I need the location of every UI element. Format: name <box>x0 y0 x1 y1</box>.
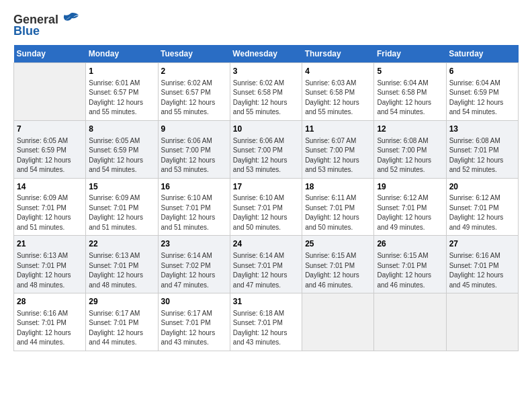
daylight-minutes: and 54 minutes. <box>449 107 515 118</box>
daylight-hours: Daylight: 12 hours <box>17 328 83 338</box>
sunrise-text: Sunrise: 6:14 AM <box>233 251 299 261</box>
daylight-hours: Daylight: 12 hours <box>449 271 515 281</box>
daylight-minutes: and 54 minutes. <box>377 107 443 118</box>
calendar-cell: 14Sunrise: 6:09 AMSunset: 7:01 PMDayligh… <box>14 178 86 236</box>
day-number: 12 <box>377 124 443 135</box>
sunset-text: Sunset: 6:58 PM <box>305 88 371 98</box>
day-number: 13 <box>449 124 515 135</box>
day-number: 17 <box>233 181 299 193</box>
day-info: Sunrise: 6:15 AMSunset: 7:01 PMDaylight:… <box>377 251 443 290</box>
daylight-minutes: and 53 minutes. <box>161 165 227 175</box>
daylight-minutes: and 52 minutes. <box>449 165 515 175</box>
daylight-hours: Daylight: 12 hours <box>377 213 443 223</box>
sunrise-text: Sunrise: 6:15 AM <box>305 251 371 261</box>
calendar-cell: 1Sunrise: 6:01 AMSunset: 6:57 PMDaylight… <box>86 63 158 121</box>
daylight-minutes: and 46 minutes. <box>377 281 443 291</box>
day-number: 22 <box>89 238 154 250</box>
day-number: 28 <box>17 296 83 308</box>
day-info: Sunrise: 6:05 AMSunset: 6:59 PMDaylight:… <box>89 136 154 175</box>
calendar-cell: 15Sunrise: 6:09 AMSunset: 7:01 PMDayligh… <box>86 178 158 236</box>
daylight-hours: Daylight: 12 hours <box>89 213 154 223</box>
daylight-minutes: and 51 minutes. <box>17 223 83 233</box>
sunrise-text: Sunrise: 6:09 AM <box>17 193 83 203</box>
daylight-hours: Daylight: 12 hours <box>161 328 227 338</box>
calendar-cell: 13Sunrise: 6:08 AMSunset: 7:01 PMDayligh… <box>446 120 518 178</box>
daylight-hours: Daylight: 12 hours <box>89 98 154 108</box>
sunrise-text: Sunrise: 6:18 AM <box>233 309 299 319</box>
sunrise-text: Sunrise: 6:01 AM <box>89 79 154 89</box>
day-info: Sunrise: 6:14 AMSunset: 7:02 PMDaylight:… <box>161 251 227 290</box>
daylight-hours: Daylight: 12 hours <box>233 328 299 338</box>
day-info: Sunrise: 6:06 AMSunset: 7:00 PMDaylight:… <box>161 136 227 175</box>
daylight-minutes: and 47 minutes. <box>233 281 299 291</box>
daylight-minutes: and 48 minutes. <box>17 281 83 291</box>
day-info: Sunrise: 6:11 AMSunset: 7:01 PMDaylight:… <box>305 193 371 232</box>
daylight-minutes: and 53 minutes. <box>233 165 299 175</box>
calendar-cell: 28Sunrise: 6:16 AMSunset: 7:01 PMDayligh… <box>14 293 86 351</box>
day-number: 11 <box>305 124 371 135</box>
daylight-hours: Daylight: 12 hours <box>89 156 154 166</box>
calendar-cell: 20Sunrise: 6:12 AMSunset: 7:01 PMDayligh… <box>446 178 518 236</box>
calendar-cell: 30Sunrise: 6:17 AMSunset: 7:01 PMDayligh… <box>158 293 230 351</box>
sunrise-text: Sunrise: 6:06 AM <box>233 136 299 146</box>
sunset-text: Sunset: 7:00 PM <box>377 146 443 156</box>
day-number: 14 <box>17 181 83 193</box>
calendar-cell: 26Sunrise: 6:15 AMSunset: 7:01 PMDayligh… <box>374 236 446 293</box>
calendar-cell: 9Sunrise: 6:06 AMSunset: 7:00 PMDaylight… <box>158 120 230 178</box>
day-number: 15 <box>89 181 154 193</box>
day-info: Sunrise: 6:17 AMSunset: 7:01 PMDaylight:… <box>161 309 227 348</box>
day-number: 25 <box>305 238 371 250</box>
week-row-2: 7Sunrise: 6:05 AMSunset: 6:59 PMDaylight… <box>14 120 519 178</box>
day-number: 2 <box>161 66 227 77</box>
day-info: Sunrise: 6:16 AMSunset: 7:01 PMDaylight:… <box>17 309 83 348</box>
day-info: Sunrise: 6:01 AMSunset: 6:57 PMDaylight:… <box>89 79 154 118</box>
daylight-minutes: and 54 minutes. <box>17 165 83 175</box>
daylight-minutes: and 49 minutes. <box>449 223 515 233</box>
daylight-hours: Daylight: 12 hours <box>17 271 83 281</box>
day-number: 18 <box>305 181 371 193</box>
calendar-cell: 25Sunrise: 6:15 AMSunset: 7:01 PMDayligh… <box>302 236 374 293</box>
daylight-hours: Daylight: 12 hours <box>233 156 299 166</box>
calendar-cell: 7Sunrise: 6:05 AMSunset: 6:59 PMDaylight… <box>14 120 86 178</box>
day-info: Sunrise: 6:06 AMSunset: 7:00 PMDaylight:… <box>233 136 299 175</box>
daylight-minutes: and 43 minutes. <box>233 338 299 348</box>
sunrise-text: Sunrise: 6:08 AM <box>377 136 443 146</box>
week-row-5: 28Sunrise: 6:16 AMSunset: 7:01 PMDayligh… <box>14 293 519 351</box>
sunset-text: Sunset: 6:57 PM <box>89 88 154 98</box>
day-info: Sunrise: 6:08 AMSunset: 7:01 PMDaylight:… <box>449 136 515 175</box>
day-info: Sunrise: 6:08 AMSunset: 7:00 PMDaylight:… <box>377 136 443 175</box>
day-info: Sunrise: 6:12 AMSunset: 7:01 PMDaylight:… <box>449 193 515 232</box>
sunrise-text: Sunrise: 6:04 AM <box>377 79 443 89</box>
daylight-hours: Daylight: 12 hours <box>161 213 227 223</box>
daylight-hours: Daylight: 12 hours <box>305 156 371 166</box>
sunrise-text: Sunrise: 6:04 AM <box>449 79 515 89</box>
sunrise-text: Sunrise: 6:11 AM <box>305 193 371 203</box>
sunset-text: Sunset: 7:00 PM <box>233 146 299 156</box>
sunset-text: Sunset: 6:58 PM <box>377 88 443 98</box>
week-row-1: 1Sunrise: 6:01 AMSunset: 6:57 PMDaylight… <box>14 63 519 121</box>
daylight-hours: Daylight: 12 hours <box>17 213 83 223</box>
day-info: Sunrise: 6:12 AMSunset: 7:01 PMDaylight:… <box>377 193 443 232</box>
col-header-tuesday: Tuesday <box>158 45 230 63</box>
sunrise-text: Sunrise: 6:17 AM <box>161 309 227 319</box>
day-number: 21 <box>17 238 83 250</box>
daylight-minutes: and 51 minutes. <box>89 223 154 233</box>
sunrise-text: Sunrise: 6:06 AM <box>161 136 227 146</box>
daylight-minutes: and 55 minutes. <box>233 107 299 118</box>
sunset-text: Sunset: 7:01 PM <box>89 261 154 271</box>
daylight-minutes: and 51 minutes. <box>161 223 227 233</box>
sunset-text: Sunset: 7:00 PM <box>305 146 371 156</box>
col-header-saturday: Saturday <box>446 45 518 63</box>
col-header-wednesday: Wednesday <box>230 45 302 63</box>
daylight-minutes: and 55 minutes. <box>161 107 227 118</box>
sunset-text: Sunset: 7:01 PM <box>17 318 83 328</box>
day-number: 26 <box>377 238 443 250</box>
sunset-text: Sunset: 7:01 PM <box>377 203 443 214</box>
day-info: Sunrise: 6:05 AMSunset: 6:59 PMDaylight:… <box>17 136 83 175</box>
daylight-hours: Daylight: 12 hours <box>161 98 227 108</box>
day-info: Sunrise: 6:10 AMSunset: 7:01 PMDaylight:… <box>233 193 299 232</box>
logo-bird-icon <box>61 12 80 27</box>
calendar-cell: 17Sunrise: 6:10 AMSunset: 7:01 PMDayligh… <box>230 178 302 236</box>
calendar-cell: 5Sunrise: 6:04 AMSunset: 6:58 PMDaylight… <box>374 63 446 121</box>
calendar-cell: 16Sunrise: 6:10 AMSunset: 7:01 PMDayligh… <box>158 178 230 236</box>
